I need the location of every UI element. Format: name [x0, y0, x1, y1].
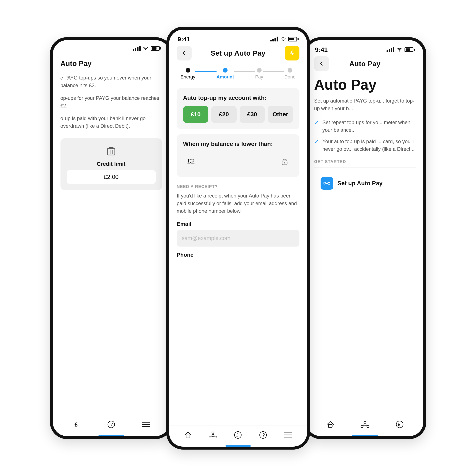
step-pay: Pay [255, 68, 263, 80]
phone-right: 9:41 [304, 37, 426, 439]
balance-card: When my balance is lower than: £2 [177, 134, 299, 177]
wifi-icon-center [280, 37, 286, 41]
svg-point-14 [283, 40, 284, 41]
step-label-energy: Energy [181, 74, 195, 80]
left-content: Auto Pay c PAYG top-ups so you never whe… [53, 53, 170, 415]
balance-row: £2 [183, 152, 293, 171]
svg-point-0 [145, 49, 146, 50]
svg-line-38 [363, 425, 364, 426]
step-line-3 [263, 71, 284, 72]
email-input[interactable]: sam@example.com [177, 230, 299, 247]
setup-autopay-button[interactable]: Set up Auto Pay [314, 172, 416, 195]
battery-icon-right [405, 47, 415, 52]
step-label-done: Done [284, 74, 296, 80]
svg-point-18 [209, 436, 211, 438]
status-bar-center: 9:41 [169, 30, 307, 45]
check-text-2: Your auto top-up is paid ... card, so yo… [323, 138, 416, 153]
nav-network-right[interactable] [360, 419, 370, 430]
scene: Auto Pay c PAYG top-ups so you never whe… [0, 0, 476, 476]
step-line-1 [195, 71, 217, 72]
status-icons-center [270, 36, 299, 41]
status-time-right: 9:41 [315, 46, 328, 53]
infinity-icon [321, 177, 333, 190]
step-energy: Energy [181, 68, 195, 80]
battery-icon [151, 46, 161, 51]
nav-menu-center[interactable] [283, 430, 293, 440]
amount-btn-10[interactable]: £10 [183, 106, 208, 123]
svg-point-19 [212, 434, 214, 437]
topup-card-title: Auto top-up my account with: [183, 95, 293, 101]
credit-section: Credit limit £2.00 [60, 138, 162, 190]
step-done: Done [284, 68, 296, 80]
receipt-label: NEED A RECEIPT? [177, 184, 299, 189]
autopay-title: Auto Pay [314, 76, 416, 93]
amount-btn-30[interactable]: £30 [239, 106, 265, 123]
balance-card-title: When my balance is lower than: [183, 141, 293, 147]
email-placeholder: sam@example.com [182, 235, 231, 241]
nav-home-right[interactable] [325, 419, 336, 430]
amount-buttons: £10 £20 £30 Other [183, 106, 293, 123]
header-center: Set up Auto Pay [169, 45, 307, 62]
nav-menu-left[interactable] [141, 419, 151, 430]
svg-point-35 [364, 424, 366, 426]
header-title-right: Auto Pay [349, 60, 380, 68]
status-icons-left [133, 46, 161, 51]
check-mark-2: ✓ [314, 138, 319, 145]
svg-point-36 [367, 425, 369, 427]
back-button-center[interactable] [177, 46, 192, 60]
checklist-item-2: ✓ Your auto top-up is paid ... card, so … [314, 138, 416, 153]
amount-btn-other[interactable]: Other [268, 106, 293, 123]
nav-network-center[interactable] [208, 430, 218, 440]
left-body-text-3: o-up is paid with your bank ll never go … [60, 115, 162, 130]
receipt-section: NEED A RECEIPT? If you'd like a receipt … [177, 182, 299, 265]
left-body-text-1: c PAYG top-ups so you never when your ba… [60, 74, 162, 89]
check-mark-1: ✓ [314, 119, 319, 126]
main-content-center: Auto top-up my account with: £10 £20 £30… [169, 84, 307, 425]
receipt-description: If you'd like a receipt when your Auto P… [177, 192, 299, 215]
divider [314, 168, 416, 168]
credit-limit-label: Credit limit [97, 161, 126, 167]
nav-pound-center[interactable]: £ [233, 430, 243, 440]
left-body-text-2: op-ups for your PAYG your balance reache… [60, 94, 162, 110]
checklist-item-1: ✓ Set repeat top-ups for yo... meter whe… [314, 119, 416, 134]
step-dot-amount [223, 68, 228, 72]
credit-limit-value: £2.00 [67, 170, 156, 184]
check-text-1: Set repeat top-ups for yo... meter when … [323, 119, 416, 134]
svg-line-22 [211, 436, 212, 437]
step-dot-pay [257, 68, 262, 72]
header-title-center: Set up Auto Pay [211, 49, 265, 57]
svg-text:£: £ [236, 433, 238, 437]
autopay-description: Set up automatic PAYG top-u... forget to… [314, 97, 416, 112]
balance-value: £2 [187, 157, 195, 165]
get-started-label: GET STARTED [314, 159, 416, 164]
nav-home-center[interactable] [183, 430, 193, 440]
nav-pound-right[interactable]: £ [394, 419, 405, 430]
svg-point-21 [212, 432, 214, 434]
step-label-amount: Amount [217, 74, 234, 80]
trash-icon[interactable] [105, 145, 118, 157]
phone-field-label: Phone [177, 252, 299, 258]
svg-line-23 [214, 436, 215, 437]
header-right: Auto Pay [307, 55, 423, 72]
nav-help-left[interactable]: ? [106, 419, 117, 430]
svg-line-39 [366, 425, 367, 426]
status-time-center: 9:41 [178, 35, 190, 43]
nav-pound-left[interactable]: £ [71, 419, 82, 430]
lightning-button[interactable] [285, 46, 299, 60]
svg-rect-33 [328, 425, 332, 427]
nav-help-center[interactable]: ? [258, 430, 268, 440]
back-button-right[interactable] [314, 56, 329, 71]
wifi-icon [143, 46, 149, 51]
main-content-right: Auto Pay Set up automatic PAYG top-u... … [307, 72, 423, 415]
step-label-pay: Pay [255, 74, 263, 80]
svg-text:?: ? [110, 422, 113, 427]
svg-text:?: ? [262, 432, 265, 438]
svg-text:£: £ [398, 422, 400, 427]
svg-point-20 [215, 436, 217, 438]
amount-btn-20[interactable]: £20 [211, 106, 237, 123]
status-bar-right: 9:41 [307, 40, 423, 55]
phone-left: Auto Pay c PAYG top-ups so you never whe… [50, 37, 172, 439]
topup-card: Auto top-up my account with: £10 £20 £30… [177, 88, 299, 129]
svg-point-32 [399, 50, 400, 51]
bottom-nav-right: £ [307, 415, 423, 436]
